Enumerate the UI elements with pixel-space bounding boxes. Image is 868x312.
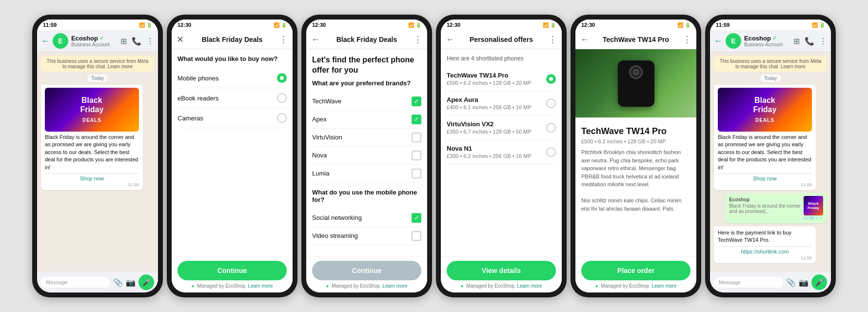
message-input-6[interactable]: Message [714, 277, 783, 288]
radio-label-mobile: Mobile phones [178, 75, 219, 82]
flow-title-3: Black Friday Deals [325, 36, 409, 43]
wa-header-6: ← E Ecoshop ✓ Business Account ⊞ 📞 ⋮ [710, 30, 831, 52]
phone-6: 11:59 📶🔋 ← E Ecoshop ✓ Business Account … [705, 15, 836, 297]
status-icons-1: 📶🔋 [139, 22, 152, 28]
more-icon[interactable]: ⋮ [146, 37, 154, 46]
video-icon-6[interactable]: ⊞ [793, 37, 800, 46]
back-icon-4[interactable]: ← [446, 35, 455, 45]
offer-name-2: VirtuVision VX2 [447, 120, 546, 128]
flow-footer-3: Continue ● Managed by EcoShop. Learn mor… [306, 256, 427, 292]
continue-button-2[interactable]: Continue [178, 261, 287, 280]
radio-label-cameras: Cameras [178, 115, 203, 122]
radio-label-ebook: eBook readers [178, 95, 219, 102]
msg-image-text-1: BlackFridayDEALS [80, 96, 103, 124]
close-icon[interactable]: ✕ [177, 34, 186, 45]
payment-link[interactable]: https://shortlink.com [718, 246, 812, 254]
checkbox-apex[interactable]: Apex ✓ [312, 111, 421, 129]
radio-option-cameras[interactable]: Cameras [178, 108, 287, 128]
sent-preview-img: BlackFriday [804, 196, 823, 215]
offer-techwave[interactable]: TechWave TW14 Pro £500 • 6.2 inches • 12… [447, 67, 556, 91]
learn-more-3[interactable]: Learn more [382, 283, 407, 289]
more-options-icon-3[interactable]: ⋮ [413, 34, 422, 45]
shop-now-link-6[interactable]: Shop now [718, 173, 812, 181]
incoming-msg-6b: Here is the payment link to buy TechWave… [714, 226, 816, 263]
header-actions-6: ⊞ 📞 ⋮ [793, 37, 827, 46]
flow-body-5: TechWave TW14 Pro £500 • 6.2 inches • 12… [575, 117, 696, 256]
checkbox-nova[interactable]: Nova [312, 147, 421, 165]
chat-input-bar-1: Message 📎 📷 🎤 [37, 272, 158, 292]
offer-name-1: Apex Aura [447, 96, 546, 103]
verified-badge-6: ✓ [772, 35, 777, 41]
view-details-button[interactable]: View details [447, 261, 556, 280]
checkbox-techwave-box: ✓ [412, 97, 421, 106]
radio-option-mobile[interactable]: Mobile phones [178, 68, 287, 88]
mic-button[interactable]: 🎤 [138, 274, 154, 290]
flow-body-2: What would you like to buy now? Mobile p… [172, 49, 293, 256]
offer-radio-2 [546, 123, 556, 133]
video-icon[interactable]: ⊞ [120, 37, 127, 46]
more-icon-6[interactable]: ⋮ [819, 37, 827, 46]
offer-details-2: £350 • 6.7 inches • 128 GB • 50 MP [447, 129, 546, 135]
verified-badge-1: ✓ [99, 35, 104, 41]
learn-more-4[interactable]: Learn more [517, 283, 542, 289]
more-options-icon[interactable]: ⋮ [278, 34, 288, 45]
attachment-icon-6[interactable]: 📎 [786, 278, 796, 287]
contact-subtitle-1: Business Account [71, 42, 118, 47]
header-info-6: Ecoshop ✓ Business Account [744, 35, 790, 47]
radio-circle-cameras [277, 113, 287, 123]
flow-header-3: ← Black Friday Deals ⋮ [306, 30, 427, 49]
phone-icon[interactable]: 📞 [132, 37, 141, 46]
camera-icon[interactable]: 📷 [126, 278, 136, 287]
mic-button-6[interactable]: 🎤 [811, 274, 827, 290]
section1-label: What are your preferred brands? [312, 79, 421, 87]
checkbox-video[interactable]: Video streaming [312, 227, 421, 245]
chat-area-6: This business uses a secure service from… [710, 52, 831, 272]
msg-text-1: Black Friday is around the corner and as… [45, 134, 139, 171]
flow-footer-5: Place order ● Managed by EcoShop. Learn … [575, 256, 696, 292]
phone-icon-6[interactable]: 📞 [805, 37, 814, 46]
attachment-icon[interactable]: 📎 [113, 278, 123, 287]
flow-body-3: Let's find the perfect phone offer for y… [306, 49, 427, 256]
learn-more-5[interactable]: Learn more [651, 283, 676, 289]
offer-details-0: £500 • 6.2 inches • 128 GB • 20 MP [447, 80, 546, 86]
message-input-1[interactable]: Message [41, 277, 110, 288]
flow-title-4: Personalised offers [459, 36, 543, 43]
offer-info-apex: Apex Aura £400 • 6.1 inches • 256 GB • 1… [447, 96, 546, 110]
back-icon-5[interactable]: ← [580, 35, 590, 45]
offer-apex[interactable]: Apex Aura £400 • 6.1 inches • 256 GB • 1… [447, 91, 556, 116]
offer-virtuvision[interactable]: VirtuVision VX2 £350 • 6.7 inches • 128 … [447, 116, 556, 140]
time-3: 12:30 [312, 22, 326, 28]
back-icon-3[interactable]: ← [311, 35, 321, 45]
offer-nova[interactable]: Nova N1 £300 • 6.2 inches • 256 GB • 16 … [447, 140, 556, 164]
sent-msg-6: Ecoshop Black Friday is around the corne… [725, 193, 827, 223]
shop-now-link[interactable]: Shop now [45, 173, 139, 181]
phone-2: 12:30 📶🔋 ✕ Black Friday Deals ⋮ What wou… [167, 15, 297, 297]
place-order-button[interactable]: Place order [581, 261, 690, 280]
flow-footer-4: View details ● Managed by EcoShop. Learn… [441, 256, 562, 292]
camera-icon-6[interactable]: 📷 [799, 278, 809, 287]
brand-label-2: VirtuVision [312, 134, 342, 141]
msg-text-6a: Black Friday is around the corner and as… [718, 134, 812, 171]
more-options-icon-5[interactable]: ⋮ [682, 34, 691, 45]
contact-name-1: Ecoshop ✓ [71, 35, 118, 42]
checkbox-lumia-box [412, 169, 421, 178]
back-arrow-icon[interactable]: ← [41, 36, 50, 46]
msg-text-6b: Here is the payment link to buy TechWave… [718, 229, 812, 244]
input-placeholder-6: Message [719, 279, 741, 285]
continue-button-3[interactable]: Continue [312, 261, 421, 280]
back-arrow-icon-6[interactable]: ← [714, 36, 723, 46]
checkbox-lumia[interactable]: Lumia [312, 165, 421, 183]
checkbox-virtuvision[interactable]: VirtuVision [312, 129, 421, 147]
checkbox-social[interactable]: Social networking ✓ [312, 209, 421, 227]
brand-label-3: Nova [312, 152, 327, 159]
checkbox-techwave[interactable]: TechWave ✓ [312, 93, 421, 111]
more-options-icon-4[interactable]: ⋮ [547, 34, 557, 45]
managed-icon-3: ● [326, 283, 329, 289]
learn-more-2[interactable]: Learn more [248, 283, 273, 289]
input-placeholder-1: Message [46, 279, 68, 285]
radio-option-ebook[interactable]: eBook readers [178, 88, 287, 108]
status-bar-4: 12:30 📶🔋 [441, 20, 562, 30]
flow-footer-2: Continue ● Managed by EcoShop. Learn mor… [172, 256, 293, 292]
phone-3: 12:30 📶🔋 ← Black Friday Deals ⋮ Let's fi… [301, 15, 432, 297]
usage-label-1: Video streaming [312, 232, 358, 239]
